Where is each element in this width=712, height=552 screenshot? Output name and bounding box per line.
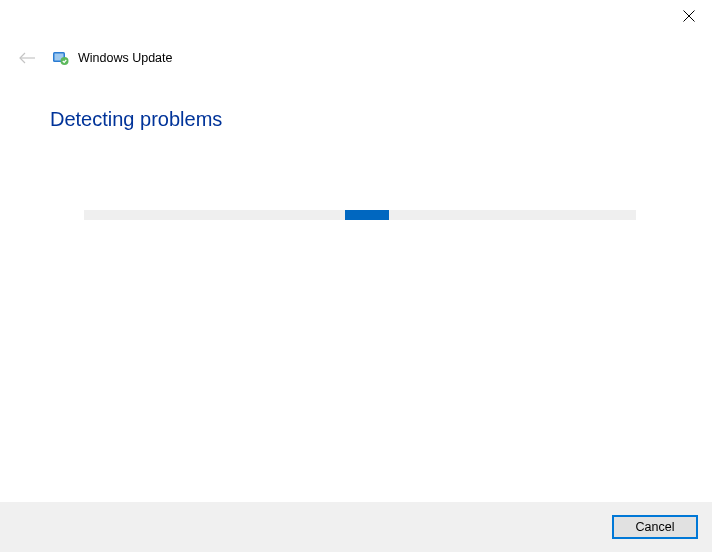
windows-update-icon <box>52 50 70 66</box>
cancel-button-label: Cancel <box>636 520 675 534</box>
header: Windows Update <box>18 50 694 66</box>
title-group: Windows Update <box>52 50 173 66</box>
progress-indicator <box>345 210 389 220</box>
page-heading: Detecting problems <box>50 108 222 131</box>
close-button[interactable] <box>666 0 712 32</box>
app-title: Windows Update <box>78 51 173 65</box>
titlebar <box>666 0 712 32</box>
footer: Cancel <box>0 502 712 552</box>
progress-bar <box>84 210 636 220</box>
arrow-left-icon <box>18 51 36 65</box>
cancel-button[interactable]: Cancel <box>612 515 698 539</box>
back-button <box>18 51 36 65</box>
close-icon <box>683 10 695 22</box>
